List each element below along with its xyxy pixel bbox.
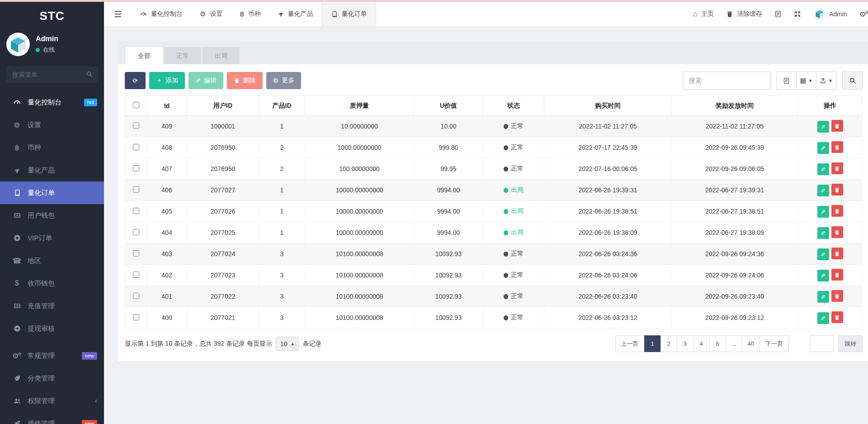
- edit-row-button[interactable]: ✎: [817, 163, 829, 175]
- page-button-2[interactable]: 2: [660, 335, 677, 352]
- sidebar-item-coin-wallet[interactable]: $收币钱包: [0, 272, 104, 295]
- page-button-prev[interactable]: 上一页: [615, 335, 645, 352]
- row-checkbox[interactable]: [133, 314, 139, 320]
- sidebar-item-permission[interactable]: 权限管理‹: [0, 390, 104, 412]
- columns-toggle-button[interactable]: ▦ ▼: [796, 71, 816, 90]
- topbar-tab-currency[interactable]: ฿币种: [231, 2, 270, 26]
- delete-row-button[interactable]: [831, 141, 843, 153]
- docs-button[interactable]: [774, 10, 782, 18]
- search-submit-button[interactable]: [842, 71, 863, 90]
- delete-row-button[interactable]: [831, 205, 843, 217]
- delete-row-button[interactable]: [831, 269, 843, 281]
- row-checkbox[interactable]: [133, 165, 139, 172]
- delete-row-button[interactable]: [831, 311, 843, 323]
- topbar-tab-settings[interactable]: ⚙设置: [191, 2, 231, 26]
- row-checkbox[interactable]: [133, 293, 139, 299]
- row-buy-time: 2022-06-26 03:23:40: [544, 286, 672, 307]
- export-button[interactable]: ▼: [816, 71, 836, 90]
- table-row: 408207695021000.00000000999.80正常2022-07-…: [125, 137, 863, 158]
- edit-button[interactable]: ✎ 编辑: [189, 72, 223, 89]
- sidebar-item-products[interactable]: ➤量化产品: [0, 159, 104, 181]
- clear-cache-button[interactable]: 清除缓存: [726, 10, 762, 18]
- page-jump-input[interactable]: [810, 335, 834, 352]
- filter-tab-0[interactable]: 全部: [126, 47, 163, 64]
- sidebar-item-recharge[interactable]: 充值管理: [0, 295, 104, 317]
- page-jump-button[interactable]: 跳转: [838, 335, 863, 352]
- status-label: 出局: [511, 186, 524, 194]
- row-checkbox[interactable]: [133, 229, 139, 235]
- page-button-5[interactable]: 5: [709, 335, 726, 352]
- delete-button[interactable]: 删除: [227, 72, 263, 89]
- menu-search-input[interactable]: [6, 66, 98, 83]
- status-badge: 正常: [504, 271, 524, 279]
- edit-row-button[interactable]: ✎: [817, 121, 829, 133]
- sidebar-item-plugin[interactable]: 插件管理new: [0, 412, 104, 424]
- page-button-next[interactable]: 下一页: [760, 335, 789, 352]
- delete-row-button[interactable]: [831, 184, 843, 195]
- delete-row-button[interactable]: [831, 248, 843, 259]
- topbar-tab-orders[interactable]: 量化订单: [322, 2, 376, 26]
- edit-row-button[interactable]: ✎: [817, 312, 829, 324]
- topbar-settings-button[interactable]: ⚙⚙: [859, 10, 868, 19]
- row-pledge: 10100.00000008: [305, 307, 414, 329]
- page-button-40[interactable]: 40: [742, 335, 760, 352]
- add-button[interactable]: ＋ 添加: [149, 72, 185, 89]
- top-progress-strip: [0, 0, 868, 2]
- sidebar-item-orders[interactable]: 量化订单: [0, 181, 104, 204]
- trash-icon: [834, 293, 840, 299]
- row-checkbox[interactable]: [133, 208, 139, 214]
- edit-row-button[interactable]: ✎: [817, 185, 829, 196]
- sidebar-item-withdraw-audit[interactable]: 提现审核: [0, 317, 104, 340]
- edit-row-button[interactable]: ✎: [817, 206, 829, 218]
- gear-icon: ⚙: [12, 121, 22, 129]
- delete-row-button[interactable]: [831, 226, 843, 238]
- refresh-button[interactable]: ⟳: [125, 72, 146, 89]
- home-button[interactable]: ⌂ 主页: [693, 10, 714, 18]
- edit-row-button[interactable]: ✎: [817, 270, 829, 281]
- filter-tab-2[interactable]: 出局: [203, 47, 240, 64]
- page-button-3[interactable]: 3: [677, 335, 693, 352]
- page-button-ellipsis[interactable]: ...: [726, 335, 742, 352]
- row-checkbox[interactable]: [133, 186, 139, 193]
- row-checkbox[interactable]: [133, 144, 139, 150]
- row-checkbox[interactable]: [133, 123, 139, 129]
- sidebar-item-dashboard[interactable]: 量化控制台hot: [0, 91, 104, 114]
- edit-row-button[interactable]: ✎: [817, 142, 829, 154]
- sidebar-item-vip-orders[interactable]: VIP订单: [0, 227, 104, 249]
- gear-icon: ⚙: [273, 77, 279, 84]
- topbar-user-menu[interactable]: Admin: [813, 8, 847, 20]
- delete-row-button[interactable]: [831, 120, 843, 132]
- sidebar-item-general[interactable]: ⚙⚙常规管理new: [0, 344, 104, 367]
- topbar-tab-dashboard[interactable]: 量化控制台: [132, 2, 191, 26]
- paper-plane-icon: ➤: [278, 10, 284, 18]
- select-all-checkbox[interactable]: [133, 102, 139, 108]
- fullscreen-button[interactable]: [794, 10, 801, 18]
- status-label: 出局: [511, 207, 524, 215]
- row-actions-cell: ✎: [798, 180, 863, 201]
- column-header: 购买时间: [544, 96, 672, 116]
- row-checkbox[interactable]: [133, 250, 139, 257]
- edit-row-button[interactable]: ✎: [817, 227, 829, 239]
- page-button-1[interactable]: 1: [644, 335, 661, 352]
- page-button-4[interactable]: 4: [693, 335, 710, 352]
- edit-row-button[interactable]: ✎: [817, 248, 829, 260]
- sidebar-item-settings[interactable]: ⚙设置: [0, 114, 104, 136]
- sidebar-item-user-wallet[interactable]: 用户钱包: [0, 204, 104, 227]
- edit-row-button[interactable]: ✎: [817, 291, 829, 303]
- sidebar-item-currency[interactable]: ฿币种: [0, 136, 104, 159]
- filter-tab-1[interactable]: 正常: [164, 47, 201, 64]
- more-button[interactable]: ⚙ 更多: [266, 72, 302, 89]
- delete-row-button[interactable]: [831, 162, 843, 174]
- topbar-tab-products[interactable]: ➤量化产品: [269, 2, 322, 26]
- brand-logo[interactable]: STC: [0, 2, 104, 30]
- row-checkbox[interactable]: [133, 272, 139, 278]
- page-size-select[interactable]: 10 ▲: [276, 337, 299, 351]
- common-search-toggle-button[interactable]: [776, 71, 797, 90]
- sidebar-item-category[interactable]: 分类管理: [0, 367, 104, 390]
- hamburger-menu-icon[interactable]: ☰: [104, 2, 132, 26]
- column-header: 状态: [483, 96, 544, 116]
- sidebar-item-region[interactable]: ☎地区: [0, 249, 104, 272]
- row-select-cell: [125, 116, 147, 137]
- delete-row-button[interactable]: [831, 290, 843, 302]
- table-search-input[interactable]: [683, 71, 771, 90]
